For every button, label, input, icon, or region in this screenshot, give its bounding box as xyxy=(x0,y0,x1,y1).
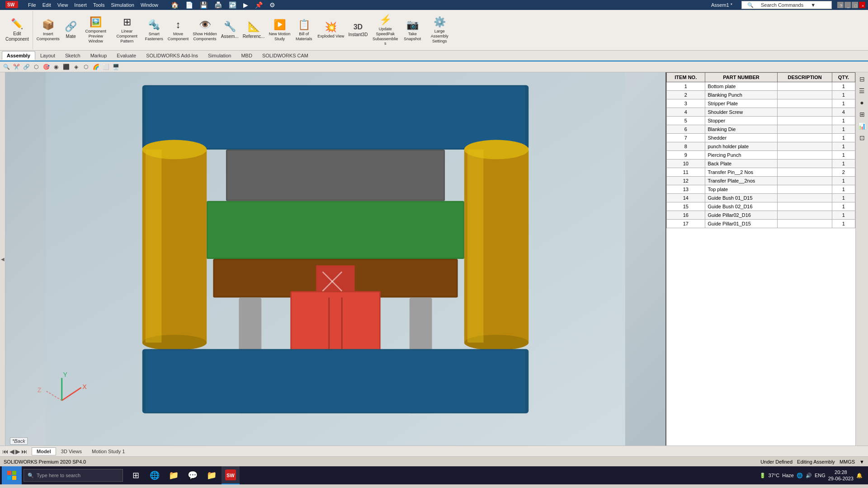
bom-row-17[interactable]: 17 Guide Pillar01_D15 1 xyxy=(667,220,855,228)
bom-row-3[interactable]: 3 Stripper Plate 1 xyxy=(667,99,855,108)
move-component-button[interactable]: ↕️ MoveComponent xyxy=(166,18,191,42)
sec-icon-2[interactable]: ✂️ xyxy=(12,62,21,71)
nav-prev[interactable]: ◀ xyxy=(9,448,14,455)
taskbar-app-solidworks[interactable]: SW xyxy=(222,466,240,484)
menu-view[interactable]: View xyxy=(55,1,71,9)
bottom-tab-motion-study-1[interactable]: Motion Study 1 xyxy=(87,447,130,455)
bom-row-1[interactable]: 1 Bottom plate 1 xyxy=(667,82,855,91)
sec-icon-3[interactable]: 🔗 xyxy=(22,62,31,71)
maximize-button[interactable]: □ xyxy=(852,2,858,8)
start-button[interactable] xyxy=(2,466,22,484)
bottom-tab-3d-views[interactable]: 3D Views xyxy=(56,447,87,455)
sec-icon-1[interactable]: 🔍 xyxy=(2,62,11,71)
insert-components-button[interactable]: 📦 InsertComponents xyxy=(35,18,61,42)
sidebar-icon-1[interactable]: ⊟ xyxy=(857,74,867,84)
sec-icon-4[interactable]: ⬡ xyxy=(32,62,41,71)
tab-sketch[interactable]: Sketch xyxy=(60,51,85,60)
taskbar-app-files[interactable]: 📁 xyxy=(203,466,221,484)
tab-solidworks-addins[interactable]: SOLIDWORKS Add-Ins xyxy=(141,51,203,60)
bom-row-10[interactable]: 10 Back Plate 1 xyxy=(667,160,855,168)
menu-simulation[interactable]: Simulation xyxy=(108,1,137,9)
bom-row-8[interactable]: 8 punch holder plate 1 xyxy=(667,142,855,151)
sec-icon-6[interactable]: ◉ xyxy=(52,62,61,71)
update-speedpak-button[interactable]: ⚡ Update SpeedPakSubassemblies xyxy=(370,13,401,47)
toolbar-icon-1[interactable]: 🏠 xyxy=(168,0,181,9)
tab-layout[interactable]: Layout xyxy=(35,51,60,60)
edit-component-button[interactable]: ✏️ EditComponent xyxy=(4,17,31,42)
sidebar-icon-5[interactable]: 📊 xyxy=(857,121,867,131)
tab-markup[interactable]: Markup xyxy=(85,51,112,60)
bom-row-4[interactable]: 4 Shoulder Screw 4 xyxy=(667,108,855,117)
large-assembly-settings-button[interactable]: ⚙️ Large AssemblySettings xyxy=(424,15,455,45)
toolbar-icon-8[interactable]: ⚙ xyxy=(267,0,278,9)
sidebar-icon-3[interactable]: ● xyxy=(857,98,867,108)
tab-assembly[interactable]: Assembly xyxy=(2,51,35,60)
taskbar-search[interactable]: 🔍 Type here to search xyxy=(24,469,123,482)
search-commands-box[interactable]: 🔍 Search Commands ▼ xyxy=(741,1,832,9)
sec-icon-12[interactable]: 🖥️ xyxy=(111,62,120,71)
sidebar-icon-6[interactable]: ⊡ xyxy=(857,133,867,143)
sec-icon-7[interactable]: ⬛ xyxy=(61,62,71,71)
bom-row-11[interactable]: 11 Transfer Pin__2 Nos 2 xyxy=(667,168,855,177)
status-units-dropdown[interactable]: ▼ xyxy=(859,459,864,465)
toolbar-icon-4[interactable]: 🖨️ xyxy=(212,0,225,9)
sec-icon-10[interactable]: 🌈 xyxy=(91,62,100,71)
reference-button[interactable]: 📐 Referenc... xyxy=(241,20,267,40)
minimize-button[interactable]: _ xyxy=(844,2,851,8)
bom-row-14[interactable]: 14 Guide Bush 01_D15 1 xyxy=(667,194,855,202)
close-button[interactable]: × xyxy=(859,2,865,8)
menu-tools[interactable]: Tools xyxy=(90,1,108,9)
new-motion-study-button[interactable]: ▶️ New MotionStudy xyxy=(267,18,292,42)
status-units[interactable]: MMGS xyxy=(840,459,855,465)
bom-row-5[interactable]: 5 Stopper 1 xyxy=(667,117,855,125)
sound-icon[interactable]: 🔊 xyxy=(806,473,812,479)
left-panel[interactable]: ◀ xyxy=(0,72,5,446)
menu-file[interactable]: File xyxy=(25,1,39,9)
tab-solidworks-cam[interactable]: SOLIDWORKS CAM xyxy=(257,51,313,60)
take-snapshot-button[interactable]: 📷 TakeSnapshot xyxy=(401,18,424,42)
bom-row-9[interactable]: 9 Piercing Punch 1 xyxy=(667,151,855,160)
bom-row-13[interactable]: 13 Top plate 1 xyxy=(667,185,855,194)
bom-row-2[interactable]: 2 Blanking Punch 1 xyxy=(667,91,855,99)
toolbar-icon-6[interactable]: ▶ xyxy=(241,0,251,9)
tab-evaluate[interactable]: Evaluate xyxy=(112,51,141,60)
taskbar-app-explorer[interactable]: 📁 xyxy=(165,466,183,484)
bom-row-16[interactable]: 16 Guide Pillar02_D16 1 xyxy=(667,211,855,220)
taskbar-app-edge[interactable]: 🌐 xyxy=(146,466,164,484)
sidebar-icon-2[interactable]: ☰ xyxy=(857,86,867,96)
mate-button[interactable]: 🔗 Mate xyxy=(62,20,80,40)
bill-of-materials-button[interactable]: 📋 Bill ofMaterials xyxy=(292,18,315,42)
network-icon[interactable]: 🌐 xyxy=(797,473,803,479)
taskbar-app-teams[interactable]: 💬 xyxy=(184,466,202,484)
bom-row-7[interactable]: 7 Shedder 1 xyxy=(667,134,855,142)
help-icon[interactable]: ? xyxy=(837,2,844,8)
bom-row-6[interactable]: 6 Blanking Die 1 xyxy=(667,125,855,134)
sec-icon-9[interactable]: ⬡ xyxy=(81,62,90,71)
menu-window[interactable]: Window xyxy=(138,1,161,9)
language-label[interactable]: ENG xyxy=(815,473,826,478)
nav-last[interactable]: ⏭ xyxy=(21,448,28,455)
toolbar-icon-7[interactable]: 📌 xyxy=(252,0,265,9)
sec-icon-11[interactable]: ⬜ xyxy=(101,62,110,71)
toolbar-icon-2[interactable]: 📄 xyxy=(183,0,196,9)
sec-icon-5[interactable]: 🎯 xyxy=(42,62,51,71)
linear-pattern-button[interactable]: ⊞ Linear ComponentPattern xyxy=(112,15,142,45)
tab-mbd[interactable]: MBD xyxy=(236,51,257,60)
show-hidden-button[interactable]: 👁️ Show HiddenComponents xyxy=(191,18,219,42)
menu-edit[interactable]: Edit xyxy=(40,1,54,9)
toolbar-icon-5[interactable]: ↩️ xyxy=(226,0,239,9)
menu-insert[interactable]: Insert xyxy=(71,1,90,9)
toolbar-icon-3[interactable]: 💾 xyxy=(197,0,210,9)
viewport[interactable]: X Y Z *Back xyxy=(5,72,665,446)
notification-icon[interactable]: 🔔 xyxy=(856,473,863,479)
tab-simulation[interactable]: Simulation xyxy=(203,51,236,60)
smart-fasteners-button[interactable]: 🔩 SmartFasteners xyxy=(143,18,165,42)
sec-icon-8[interactable]: ◈ xyxy=(71,62,80,71)
instant3d-button[interactable]: 3D Instant3D xyxy=(347,22,370,38)
taskbar-time[interactable]: 20:28 29-06-2023 xyxy=(828,469,854,482)
nav-next[interactable]: ▶ xyxy=(15,448,20,455)
bom-row-12[interactable]: 12 Transfer Plate__2nos 1 xyxy=(667,177,855,185)
exploded-view-button[interactable]: 💥 Exploded View xyxy=(316,20,346,40)
nav-first[interactable]: ⏮ xyxy=(2,448,9,455)
component-preview-button[interactable]: 🖼️ ComponentPreview Window xyxy=(80,15,111,45)
